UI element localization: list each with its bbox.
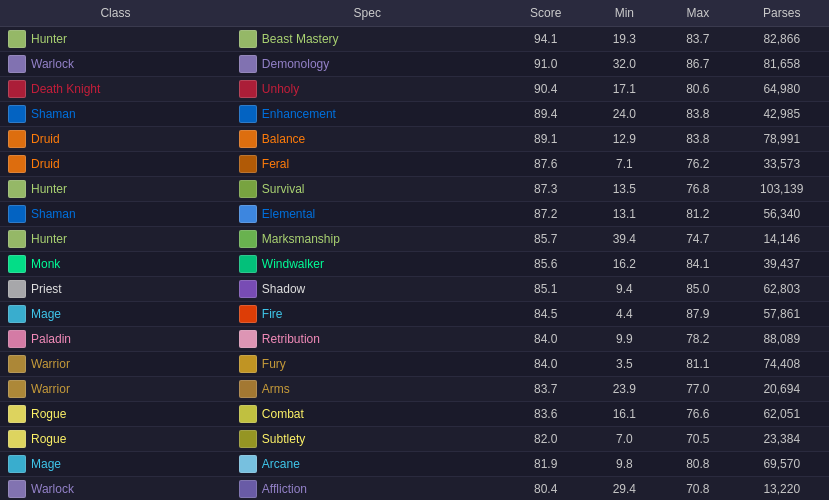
parses-value: 64,980	[735, 77, 829, 102]
class-cell: Monk	[0, 252, 231, 277]
max-value: 83.8	[661, 102, 734, 127]
spec-name: Subtlety	[262, 432, 305, 446]
spec-icon	[239, 205, 257, 223]
spec-name: Survival	[262, 182, 305, 196]
score-value: 85.7	[504, 227, 588, 252]
class-icon	[8, 30, 26, 48]
max-value: 74.7	[661, 227, 734, 252]
spec-cell: Balance	[231, 127, 504, 152]
parses-value: 23,384	[735, 427, 829, 452]
spec-name: Fury	[262, 357, 286, 371]
max-value: 76.2	[661, 152, 734, 177]
min-value: 3.5	[588, 352, 661, 377]
spec-icon	[239, 105, 257, 123]
class-icon	[8, 255, 26, 273]
min-value: 13.5	[588, 177, 661, 202]
table-row: Warlock Affliction 80.4 29.4 70.8 13,220	[0, 477, 829, 501]
min-value: 9.4	[588, 277, 661, 302]
class-cell: Mage	[0, 302, 231, 327]
class-cell: Hunter	[0, 227, 231, 252]
class-icon	[8, 380, 26, 398]
max-value: 70.8	[661, 477, 734, 501]
class-name: Warrior	[31, 357, 70, 371]
class-cell: Hunter	[0, 177, 231, 202]
spec-name: Enhancement	[262, 107, 336, 121]
class-name: Druid	[31, 132, 60, 146]
spec-name: Arcane	[262, 457, 300, 471]
parses-value: 82,866	[735, 27, 829, 52]
min-value: 7.0	[588, 427, 661, 452]
score-value: 84.0	[504, 327, 588, 352]
spec-cell: Demonology	[231, 52, 504, 77]
min-value: 9.8	[588, 452, 661, 477]
max-value: 81.2	[661, 202, 734, 227]
spec-icon	[239, 30, 257, 48]
max-value: 76.8	[661, 177, 734, 202]
spec-cell: Windwalker	[231, 252, 504, 277]
max-value: 86.7	[661, 52, 734, 77]
class-icon	[8, 455, 26, 473]
score-value: 87.3	[504, 177, 588, 202]
class-cell: Rogue	[0, 402, 231, 427]
table-row: Druid Balance 89.1 12.9 83.8 78,991	[0, 127, 829, 152]
spec-name: Marksmanship	[262, 232, 340, 246]
max-value: 80.8	[661, 452, 734, 477]
spec-cell: Feral	[231, 152, 504, 177]
class-cell: Hunter	[0, 27, 231, 52]
rankings-table: Class Spec Score Min Max Parses Hunter B…	[0, 0, 829, 500]
class-cell: Warrior	[0, 377, 231, 402]
spec-icon	[239, 330, 257, 348]
col-score: Score	[504, 0, 588, 27]
table-header-row: Class Spec Score Min Max Parses	[0, 0, 829, 27]
parses-value: 20,694	[735, 377, 829, 402]
class-icon	[8, 430, 26, 448]
spec-cell: Enhancement	[231, 102, 504, 127]
min-value: 12.9	[588, 127, 661, 152]
class-name: Mage	[31, 307, 61, 321]
spec-name: Fire	[262, 307, 283, 321]
spec-cell: Combat	[231, 402, 504, 427]
spec-name: Arms	[262, 382, 290, 396]
spec-icon	[239, 180, 257, 198]
max-value: 76.6	[661, 402, 734, 427]
min-value: 17.1	[588, 77, 661, 102]
class-cell: Druid	[0, 152, 231, 177]
spec-name: Feral	[262, 157, 289, 171]
spec-icon	[239, 280, 257, 298]
score-value: 83.7	[504, 377, 588, 402]
class-name: Druid	[31, 157, 60, 171]
spec-icon	[239, 305, 257, 323]
parses-value: 57,861	[735, 302, 829, 327]
parses-value: 42,985	[735, 102, 829, 127]
parses-value: 81,658	[735, 52, 829, 77]
min-value: 9.9	[588, 327, 661, 352]
parses-value: 13,220	[735, 477, 829, 501]
spec-cell: Retribution	[231, 327, 504, 352]
class-cell: Priest	[0, 277, 231, 302]
score-value: 80.4	[504, 477, 588, 501]
score-value: 82.0	[504, 427, 588, 452]
max-value: 83.8	[661, 127, 734, 152]
col-parses: Parses	[735, 0, 829, 27]
parses-value: 56,340	[735, 202, 829, 227]
col-spec: Spec	[231, 0, 504, 27]
spec-icon	[239, 55, 257, 73]
parses-value: 33,573	[735, 152, 829, 177]
spec-name: Combat	[262, 407, 304, 421]
min-value: 13.1	[588, 202, 661, 227]
spec-cell: Unholy	[231, 77, 504, 102]
class-icon	[8, 355, 26, 373]
spec-icon	[239, 255, 257, 273]
table-row: Mage Arcane 81.9 9.8 80.8 69,570	[0, 452, 829, 477]
class-icon	[8, 130, 26, 148]
table-row: Rogue Combat 83.6 16.1 76.6 62,051	[0, 402, 829, 427]
rankings-table-container: Class Spec Score Min Max Parses Hunter B…	[0, 0, 829, 500]
score-value: 91.0	[504, 52, 588, 77]
class-icon	[8, 155, 26, 173]
class-name: Hunter	[31, 182, 67, 196]
class-name: Paladin	[31, 332, 71, 346]
table-row: Shaman Enhancement 89.4 24.0 83.8 42,985	[0, 102, 829, 127]
col-class: Class	[0, 0, 231, 27]
class-icon	[8, 80, 26, 98]
class-cell: Paladin	[0, 327, 231, 352]
